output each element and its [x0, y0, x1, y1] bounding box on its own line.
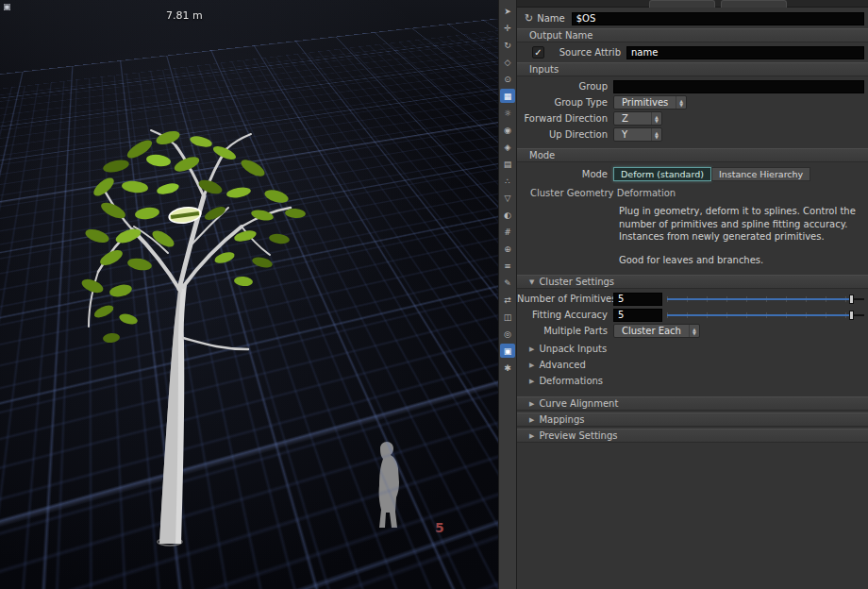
cut-off-tabs	[517, 0, 868, 8]
section-label: Mappings	[539, 414, 584, 425]
cluster-geometry-deformation-label: Cluster Geometry Deformation	[517, 185, 868, 200]
number-of-primitives-slider[interactable]	[667, 292, 864, 306]
number-of-primitives-label: Number of Primitives	[517, 294, 613, 304]
section-label: Output Name	[529, 30, 593, 41]
tab-partial[interactable]	[649, 0, 715, 8]
spinner-icon[interactable]: ▲▼	[676, 96, 686, 109]
light-icon[interactable]: ☼	[500, 106, 515, 120]
section-curve-alignment[interactable]: ▶ Curve Alignment	[517, 396, 868, 411]
section-label: Mode	[529, 150, 555, 160]
section-unpack-inputs[interactable]: ▶ Unpack Inputs	[517, 341, 868, 357]
snap-icon[interactable]: ⊙	[500, 72, 515, 86]
number-of-primitives-input[interactable]	[613, 293, 662, 306]
mode-option-label: Instance Hierarchy	[719, 169, 803, 179]
triangle-closed-icon: ▶	[529, 378, 534, 385]
move-icon[interactable]: ✛	[500, 21, 515, 35]
source-attrib-checkbox[interactable]: ✓	[532, 46, 544, 59]
section-preview-settings[interactable]: ▶ Preview Settings	[517, 429, 868, 443]
rotate-icon[interactable]: ↻	[500, 38, 515, 52]
slider-fill	[667, 298, 850, 300]
fitting-accuracy-input[interactable]	[613, 309, 662, 322]
app-window: 7.81 m ▣ 5 ➤ ✛ ↻ ◇ ⊙ ▦ ☼ ◉ ◈ ▤ ∴ ▽ ◐ # ⊕…	[0, 0, 868, 589]
axis-icon[interactable]: ⊕	[500, 242, 515, 256]
pin-icon[interactable]: ▣	[3, 2, 11, 11]
source-attrib-input[interactable]	[626, 46, 864, 59]
section-inputs: Inputs	[517, 62, 868, 76]
section-label: Deformations	[539, 376, 603, 386]
slider-handle[interactable]	[849, 294, 854, 304]
section-cluster-settings[interactable]: ▼ Cluster Settings	[517, 275, 868, 289]
description-paragraph: Good for leaves and branches.	[619, 254, 868, 267]
section-label: Cluster Settings	[539, 277, 614, 287]
lock-icon[interactable]: ◫	[500, 310, 515, 324]
shading-icon[interactable]: ◐	[500, 208, 515, 222]
grid-icon[interactable]: #	[500, 225, 515, 239]
viewport-3d[interactable]: 7.81 m ▣ 5	[0, 0, 498, 589]
spinner-icon[interactable]: ▲▼	[689, 325, 699, 337]
forward-direction-dropdown[interactable]: Z ▲▼	[613, 111, 662, 126]
multiple-parts-value: Cluster Each	[614, 325, 689, 337]
mode-deform-button[interactable]: Deform (standard)	[613, 167, 711, 181]
human-scale-figure	[359, 438, 415, 532]
section-mode: Mode	[517, 148, 868, 162]
view-icon[interactable]: ➤	[500, 4, 515, 18]
spinner-icon[interactable]: ▲▼	[651, 128, 661, 141]
triangle-closed-icon: ▶	[529, 416, 534, 424]
recook-icon[interactable]: ↻	[525, 12, 533, 25]
up-direction-value: Y	[614, 128, 651, 141]
name-label: Name	[537, 13, 565, 24]
up-direction-label: Up Direction	[517, 129, 613, 140]
group-type-value: Primitives	[614, 96, 676, 109]
tab-partial[interactable]	[721, 0, 787, 8]
parameter-panel: ↻ Name Output Name ✓ Source Attrib Input…	[517, 0, 868, 589]
display-options-icon[interactable]: ▣	[500, 344, 515, 358]
settings-icon[interactable]: ✱	[500, 361, 515, 375]
forward-direction-label: Forward Direction	[517, 113, 613, 124]
viewport-toolbar: ➤ ✛ ↻ ◇ ⊙ ▦ ☼ ◉ ◈ ▤ ∴ ▽ ◐ # ⊕ ≡ ✎ ⇄ ◫ ◎ …	[498, 0, 517, 589]
group-input[interactable]	[613, 80, 864, 93]
group-type-label: Group Type	[517, 97, 613, 108]
edit-icon[interactable]: ✎	[500, 276, 515, 290]
group-label: Group	[517, 81, 613, 92]
scale-number-label: 5	[435, 520, 444, 535]
measurement-label: 7.81 m	[166, 9, 203, 22]
up-direction-dropdown[interactable]: Y ▲▼	[613, 127, 662, 142]
visibility-icon[interactable]: ◎	[500, 327, 515, 341]
slider-handle[interactable]	[849, 311, 854, 320]
fitting-accuracy-label: Fitting Accuracy	[517, 310, 613, 320]
section-deformations[interactable]: ▶ Deformations	[517, 373, 868, 389]
slider-fill	[667, 314, 850, 316]
camera-icon[interactable]: ◉	[500, 123, 515, 137]
section-advanced[interactable]: ▶ Advanced	[517, 357, 868, 373]
fitting-accuracy-slider[interactable]	[667, 308, 864, 322]
section-label: Preview Settings	[539, 430, 617, 441]
material-icon[interactable]: ◈	[500, 140, 515, 154]
description-paragraph: Plug in geometry, deform it to splines. …	[619, 205, 868, 244]
mode-option-label: Deform (standard)	[621, 169, 704, 179]
geometry-icon[interactable]: ▦	[500, 89, 515, 103]
mode-description: Plug in geometry, deform it to splines. …	[619, 205, 868, 266]
section-label: Unpack Inputs	[539, 344, 607, 354]
multiple-parts-dropdown[interactable]: Cluster Each ▲▼	[613, 324, 700, 338]
mode-instance-hierarchy-button[interactable]: Instance Hierarchy	[711, 167, 810, 181]
node-name-input[interactable]	[572, 12, 864, 25]
section-label: Curve Alignment	[539, 398, 618, 409]
section-mappings[interactable]: ▶ Mappings	[517, 412, 868, 427]
points-icon[interactable]: ∴	[500, 174, 515, 188]
mode-label: Mode	[517, 169, 613, 179]
group-type-dropdown[interactable]: Primitives ▲▼	[613, 95, 687, 109]
triangle-closed-icon: ▶	[529, 362, 534, 369]
scale-icon[interactable]: ◇	[500, 55, 515, 69]
measure-icon[interactable]: ≡	[500, 259, 515, 273]
tree-model[interactable]	[26, 55, 338, 555]
spinner-icon[interactable]: ▲▼	[651, 112, 661, 125]
wireframe-icon[interactable]: ▽	[500, 191, 515, 205]
layers-icon[interactable]: ▤	[500, 157, 515, 171]
triangle-open-icon: ▼	[529, 278, 534, 286]
source-attrib-label: Source Attrib	[547, 47, 626, 58]
section-label: Inputs	[529, 64, 559, 75]
section-output-name: Output Name	[517, 28, 868, 42]
section-label: Advanced	[539, 360, 585, 370]
triangle-closed-icon: ▶	[529, 345, 534, 353]
mirror-icon[interactable]: ⇄	[500, 293, 515, 307]
